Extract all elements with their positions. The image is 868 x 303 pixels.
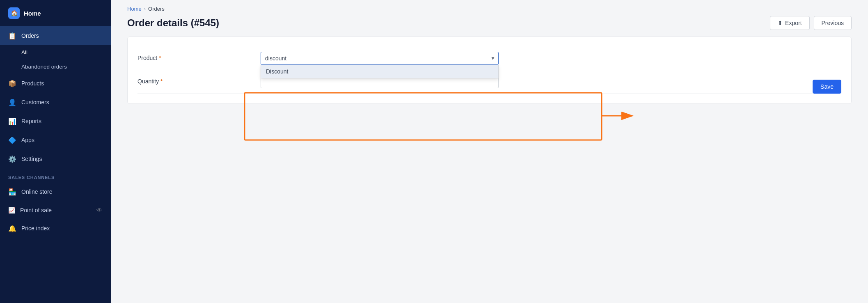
dropdown-item-discount[interactable]: Discount [261, 65, 498, 78]
price-index-icon: 🔔 [8, 224, 16, 232]
previous-button[interactable]: Previous [814, 16, 852, 30]
price-index-label: Price index [21, 225, 50, 232]
sidebar-item-apps[interactable]: 🔷 Apps [0, 131, 111, 149]
all-label: All [21, 49, 27, 55]
sidebar-home-label: Home [24, 10, 41, 17]
pos-label: Point of sale [20, 207, 52, 213]
order-form-card: Product * discount ▼ Discount Qua [127, 37, 852, 104]
pos-visibility-toggle[interactable]: 👁 [96, 207, 103, 213]
orders-label: Orders [21, 32, 39, 39]
sidebar-item-reports[interactable]: 📊 Reports [0, 112, 111, 131]
sidebar-logo[interactable]: 🏠 Home [0, 0, 111, 26]
breadcrumb-home[interactable]: Home [127, 6, 142, 12]
export-label: Export [785, 20, 802, 26]
export-button[interactable]: ⬆ Export [770, 16, 809, 30]
sidebar-item-customers[interactable]: 👤 Customers [0, 93, 111, 112]
quantity-label: Quantity * [137, 75, 252, 85]
logo-icon: 🏠 [8, 7, 20, 19]
orders-icon: 📋 [8, 32, 16, 40]
sidebar-item-price-index[interactable]: 🔔 Price index [0, 219, 111, 238]
product-control-wrap: discount ▼ Discount [261, 52, 499, 65]
reports-icon: 📊 [8, 117, 16, 125]
page-title: Order details (#545) [127, 17, 219, 29]
header-actions: ⬆ Export Previous [770, 16, 852, 30]
breadcrumb-separator: › [144, 6, 146, 12]
save-button-wrapper: Save [813, 80, 841, 94]
sidebar: 🏠 Home 📋 Orders All Abandoned orders 📦 P… [0, 0, 111, 303]
previous-label: Previous [822, 20, 844, 26]
apps-icon: 🔷 [8, 136, 16, 144]
pos-icon: 📈 [8, 207, 15, 213]
abandoned-label: Abandoned orders [21, 64, 67, 70]
products-label: Products [21, 80, 44, 87]
export-icon: ⬆ [778, 20, 783, 26]
sidebar-subitem-all[interactable]: All [0, 45, 111, 60]
sales-channels-section-label: SALES CHANNELS [0, 168, 111, 182]
customers-label: Customers [21, 99, 49, 106]
settings-label: Settings [21, 156, 42, 162]
online-store-label: Online store [21, 188, 52, 195]
pos-left: 📈 Point of sale [8, 207, 52, 213]
product-dropdown-list: Discount [261, 65, 499, 78]
products-icon: 📦 [8, 79, 16, 87]
product-select[interactable]: discount [261, 52, 499, 65]
sidebar-item-online-store[interactable]: 🏪 Online store [0, 182, 111, 201]
sidebar-subitem-abandoned[interactable]: Abandoned orders [0, 60, 111, 74]
save-button[interactable]: Save [813, 80, 841, 94]
svg-rect-0 [245, 93, 602, 140]
breadcrumb: Home › Orders [111, 0, 868, 12]
page-header: Order details (#545) ⬆ Export Previous [111, 12, 868, 37]
main-content: Home › Orders Order details (#545) ⬆ Exp… [111, 0, 868, 303]
product-form-row: Product * discount ▼ Discount [137, 47, 841, 70]
sidebar-item-settings[interactable]: ⚙️ Settings [0, 149, 111, 168]
sidebar-item-pos[interactable]: 📈 Point of sale 👁 [0, 201, 111, 219]
online-store-icon: 🏪 [8, 188, 16, 196]
content-area: Product * discount ▼ Discount Qua [111, 37, 868, 303]
reports-label: Reports [21, 118, 41, 124]
sidebar-item-products[interactable]: 📦 Products [0, 74, 111, 93]
apps-label: Apps [21, 137, 34, 143]
product-required: * [159, 55, 161, 61]
customers-icon: 👤 [8, 98, 16, 106]
quantity-required: * [160, 78, 163, 85]
sidebar-item-orders[interactable]: 📋 Orders [0, 26, 111, 45]
settings-icon: ⚙️ [8, 155, 16, 163]
product-label: Product * [137, 52, 252, 61]
breadcrumb-orders: Orders [148, 6, 165, 12]
